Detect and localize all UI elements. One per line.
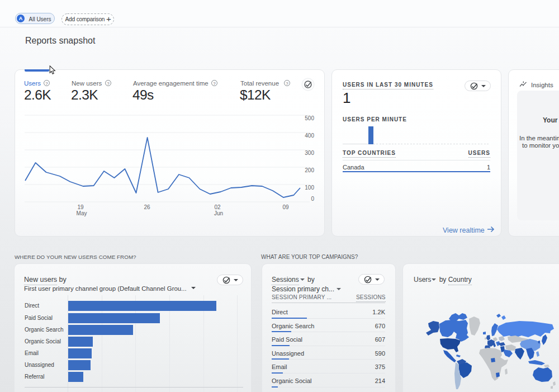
svg-text:02: 02 xyxy=(214,204,221,210)
svg-text:Jun: Jun xyxy=(214,210,223,216)
svg-text:500: 500 xyxy=(305,115,314,121)
svg-text:May: May xyxy=(77,210,87,216)
svg-text:09: 09 xyxy=(282,204,289,210)
svg-text:100: 100 xyxy=(305,185,314,191)
svg-text:400: 400 xyxy=(305,133,314,139)
svg-text:19: 19 xyxy=(77,204,84,210)
svg-text:200: 200 xyxy=(305,167,314,173)
svg-text:0: 0 xyxy=(311,196,314,202)
svg-text:26: 26 xyxy=(144,204,150,210)
svg-text:300: 300 xyxy=(305,150,314,156)
